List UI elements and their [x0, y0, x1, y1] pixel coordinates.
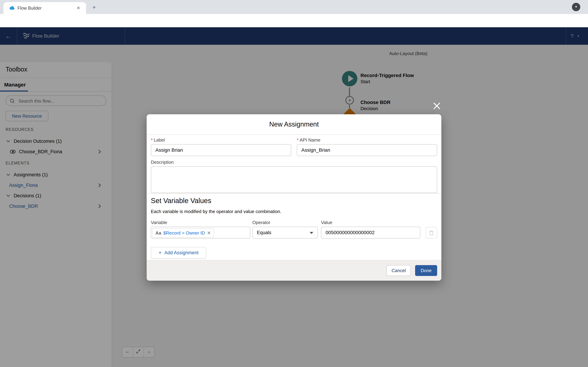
trash-icon	[429, 230, 434, 236]
api-name-input[interactable]	[297, 144, 437, 156]
api-name-field-label: *API Name	[297, 137, 437, 143]
section-subtitle: Each variable is modified by the operato…	[151, 209, 437, 214]
tab-title: Flow Builder	[17, 2, 42, 14]
variable-pill[interactable]: Aa $Record > Owner ID ✕	[152, 228, 214, 238]
browser-tab[interactable]: Flow Builder ✕	[3, 2, 86, 14]
text-type-icon: Aa	[156, 230, 161, 236]
label-text: Label	[154, 137, 165, 143]
section-divider	[147, 193, 441, 194]
modal-header: New Assignment	[147, 114, 441, 135]
required-asterisk: *	[151, 137, 153, 143]
add-assignment-label: Add Assignment	[164, 250, 199, 256]
done-button[interactable]: Done	[415, 265, 437, 276]
cancel-button[interactable]: Cancel	[386, 265, 411, 276]
variable-label: Variable	[151, 220, 250, 225]
set-variable-values-section: Set Variable Values Each variable is mod…	[151, 197, 437, 259]
remove-variable-icon[interactable]: ✕	[207, 230, 211, 236]
required-asterisk: *	[297, 137, 299, 143]
api-name-text: API Name	[300, 137, 320, 143]
label-field-group: *Label	[151, 137, 291, 156]
value-input[interactable]	[321, 227, 420, 239]
modal-body: *Label *API Name Description	[151, 137, 437, 194]
operator-select[interactable]: Equals	[252, 227, 318, 239]
plus-icon: +	[159, 250, 162, 256]
value-label: Value	[321, 220, 420, 225]
delete-assignment-button[interactable]	[426, 227, 437, 239]
variable-pill-label: $Record > Owner ID	[163, 230, 205, 236]
section-title: Set Variable Values	[151, 197, 437, 205]
browser-toolbar: ← → ↻ momentum-computing-884.lightning.f…	[0, 14, 588, 28]
screen: Flow Builder ✕ + ▼ ← → ↻ momentum-comput…	[0, 0, 588, 367]
new-tab-button[interactable]: +	[90, 3, 98, 11]
tab-search-button[interactable]: ▼	[572, 3, 580, 11]
api-name-field-group: *API Name	[297, 137, 437, 156]
operator-column: Operator Equals	[252, 220, 318, 239]
text-type-glyph: Aa	[156, 230, 161, 236]
operator-label: Operator	[252, 220, 318, 225]
modal-footer: Cancel Done	[147, 260, 441, 281]
new-assignment-modal: New Assignment *Label *API Name Descript…	[147, 114, 441, 281]
value-column: Value	[321, 220, 420, 239]
modal-title: New Assignment	[269, 121, 319, 128]
browser-tab-strip: Flow Builder ✕ + ▼	[0, 0, 588, 14]
variable-combobox[interactable]: Aa $Record > Owner ID ✕	[151, 227, 250, 239]
salesforce-cloud-icon	[9, 5, 15, 11]
label-input[interactable]	[151, 144, 291, 156]
modal-close-icon[interactable]	[432, 102, 441, 110]
add-assignment-button[interactable]: + Add Assignment	[151, 247, 206, 259]
description-label: Description	[151, 159, 437, 165]
label-field-label: *Label	[151, 137, 291, 143]
variable-column: Variable Aa $Record > Owner ID ✕	[151, 220, 250, 239]
tab-close-icon[interactable]: ✕	[75, 5, 82, 12]
operator-value: Equals	[257, 230, 271, 235]
dropdown-arrow-icon	[310, 232, 313, 234]
description-textarea[interactable]	[151, 166, 437, 193]
